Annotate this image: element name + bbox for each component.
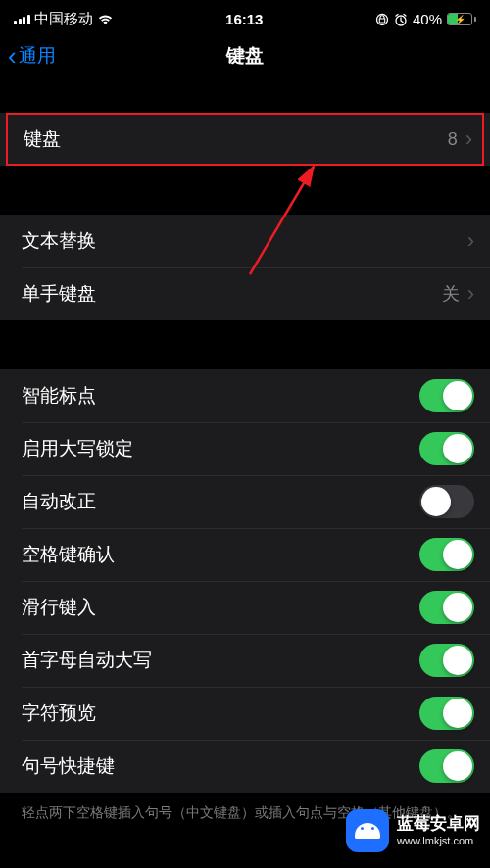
toggle-auto-capitalization[interactable] [419,644,474,677]
toggle-auto-correction[interactable] [419,485,474,518]
settings-group-replace: 文本替换 › 单手键盘 关 › [0,215,490,320]
toggle-character-preview[interactable] [419,697,474,730]
row-label: 句号快捷键 [22,753,419,779]
watermark-url: www.lmkjst.com [397,835,480,847]
toggle-space-confirmation[interactable] [419,538,474,571]
page-title: 键盘 [226,43,264,69]
status-right: 40% ⚡ [375,11,476,27]
toggle-smart-punctuation[interactable] [419,379,474,412]
status-bar: 中国移动 16:13 40% ⚡ [0,0,490,34]
row-label: 智能标点 [22,383,419,409]
orientation-lock-icon [375,13,389,26]
row-smart-punctuation: 智能标点 [0,369,490,422]
row-character-preview: 字符预览 [0,687,490,740]
row-auto-capitalization: 首字母自动大写 [0,634,490,687]
status-left: 中国移动 [14,10,114,28]
row-label: 空格键确认 [22,542,419,567]
row-label: 启用大写锁定 [22,436,419,461]
row-label: 单手键盘 [22,281,442,307]
row-label: 首字母自动大写 [22,648,419,673]
row-value: 8 [448,129,458,150]
back-button[interactable]: ‹ 通用 [8,43,56,69]
row-auto-correction: 自动改正 [0,475,490,528]
row-one-handed-keyboard[interactable]: 单手键盘 关 › [0,267,490,320]
settings-group-toggles: 智能标点 启用大写锁定 自动改正 空格键确认 滑行键入 首字母自动大写 字符预览… [0,369,490,793]
watermark-title: 蓝莓安卓网 [397,814,480,834]
signal-icon [14,15,30,24]
toggle-caps-lock[interactable] [419,432,474,465]
row-label: 自动改正 [22,489,419,514]
row-label: 滑行键入 [22,595,419,620]
watermark: 蓝莓安卓网 www.lmkjst.com [346,809,480,852]
chevron-right-icon: › [466,126,472,152]
row-label: 字符预览 [22,700,419,726]
toggle-period-shortcut[interactable] [419,749,474,783]
wifi-icon [97,14,114,25]
alarm-icon [394,13,408,26]
chevron-left-icon: ‹ [8,43,17,69]
settings-group-keyboards: 键盘 8 › [0,113,490,166]
row-enable-caps-lock: 启用大写锁定 [0,422,490,475]
nav-bar: ‹ 通用 键盘 [0,34,490,77]
battery-icon: ⚡ [447,13,476,25]
row-slide-to-type: 滑行键入 [0,581,490,634]
row-label: 文本替换 [22,228,467,254]
row-space-confirmation: 空格键确认 [0,528,490,581]
row-label: 键盘 [24,126,448,152]
row-period-shortcut: 句号快捷键 [0,740,490,793]
row-keyboards[interactable]: 键盘 8 › [6,113,484,166]
status-time: 16:13 [225,11,263,27]
chevron-right-icon: › [467,281,474,307]
carrier-label: 中国移动 [34,10,93,28]
battery-percent: 40% [413,11,442,27]
toggle-slide-to-type[interactable] [419,591,474,624]
row-value: 关 [442,282,460,306]
row-text-replacement[interactable]: 文本替换 › [0,215,490,267]
back-label: 通用 [19,43,56,69]
watermark-logo-icon [346,809,389,852]
chevron-right-icon: › [467,228,474,254]
